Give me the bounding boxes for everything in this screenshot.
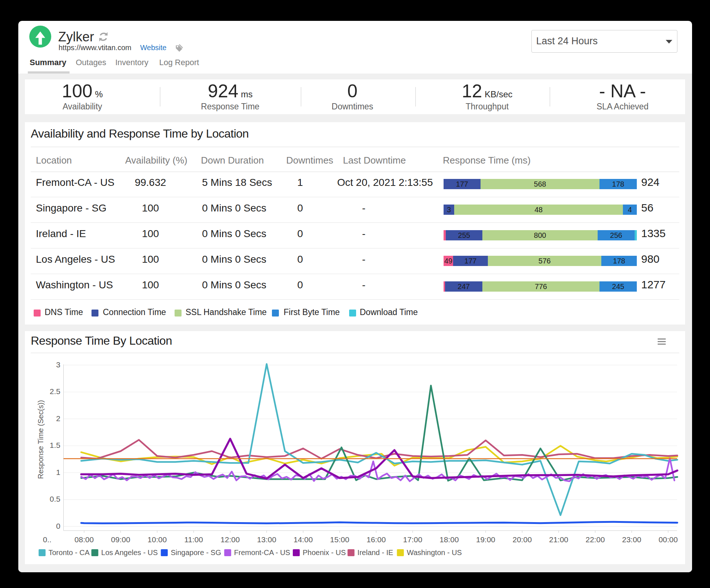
svg-text:00:00: 00:00	[658, 535, 678, 544]
svg-text:2: 2	[56, 414, 60, 423]
svg-text:22:00: 22:00	[586, 535, 605, 544]
svg-text:21:00: 21:00	[549, 535, 568, 544]
svg-text:0.5: 0.5	[50, 495, 60, 503]
svg-text:3: 3	[56, 360, 60, 369]
svg-text:Fremont-CA - US: Fremont-CA - US	[234, 548, 290, 557]
svg-text:20:00: 20:00	[513, 535, 532, 544]
svg-text:2.5: 2.5	[50, 387, 60, 396]
svg-text:08:00: 08:00	[75, 535, 94, 544]
svg-text:Singapore - SG: Singapore - SG	[171, 548, 221, 557]
svg-text:Phoenix - US: Phoenix - US	[303, 548, 346, 557]
svg-text:1.5: 1.5	[50, 441, 60, 449]
svg-text:15:00: 15:00	[330, 535, 350, 544]
svg-text:19:00: 19:00	[476, 535, 496, 544]
svg-text:11:00: 11:00	[184, 535, 203, 544]
svg-text:Washington - US: Washington - US	[407, 548, 462, 557]
svg-text:14:00: 14:00	[294, 535, 313, 544]
svg-text:13:00: 13:00	[257, 535, 276, 544]
svg-text:09:00: 09:00	[111, 535, 130, 544]
svg-text:16:00: 16:00	[367, 535, 386, 544]
svg-text:Ireland - IE: Ireland - IE	[358, 548, 393, 557]
svg-text:12:00: 12:00	[221, 535, 240, 544]
svg-text:Toronto - CA: Toronto - CA	[49, 548, 90, 557]
svg-text:Los Angeles - US: Los Angeles - US	[101, 548, 158, 557]
svg-text:10:00: 10:00	[147, 535, 167, 544]
svg-text:0..: 0..	[43, 535, 51, 544]
svg-text:23:00: 23:00	[622, 535, 642, 544]
svg-text:1: 1	[56, 468, 60, 476]
svg-text:Response Time (Sec(s)): Response Time (Sec(s))	[37, 400, 45, 479]
svg-text:17:00: 17:00	[403, 535, 422, 544]
svg-text:0: 0	[56, 522, 60, 530]
svg-text:18:00: 18:00	[440, 535, 459, 544]
